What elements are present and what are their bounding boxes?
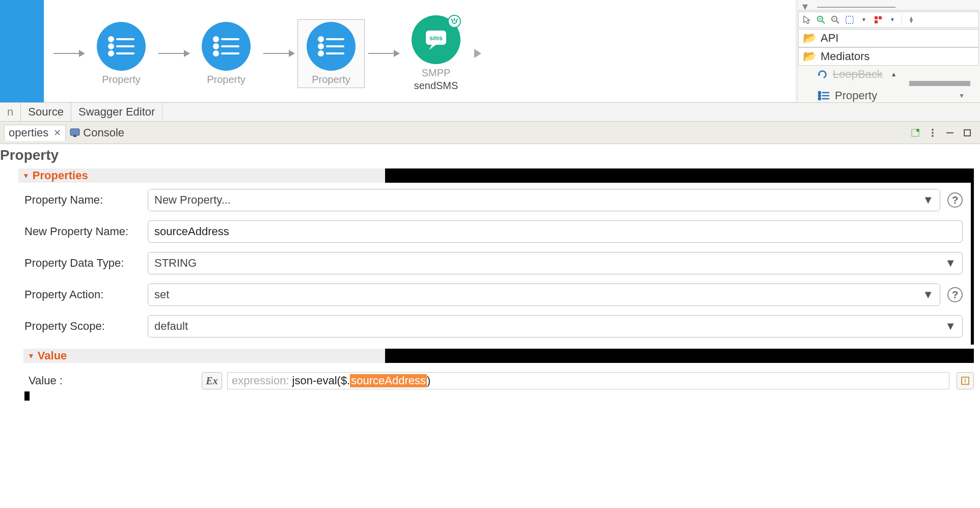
properties-panel-title: Property: [0, 146, 980, 168]
node-label: Property: [207, 74, 246, 86]
scroll-up-caret-icon[interactable]: ▲: [891, 71, 897, 78]
dropdown-arrow-icon[interactable]: ▼: [859, 15, 869, 25]
flow-arrow: [368, 53, 399, 54]
dropdown-value: STRING: [154, 257, 197, 270]
mediation-canvas[interactable]: Property Property Property: [44, 0, 796, 102]
expression-highlight: sourceAddress: [350, 374, 427, 387]
tab-source[interactable]: Source: [21, 103, 71, 121]
svg-point-4: [109, 51, 113, 55]
label-property-action: Property Action:: [24, 288, 141, 301]
canvas-node-smpp[interactable]: sms SMPP sendSMS: [403, 15, 469, 92]
tab-design-truncated[interactable]: n: [0, 103, 21, 121]
chevron-down-icon: ▼: [922, 288, 934, 301]
label-property-scope: Property Scope:: [24, 320, 141, 333]
cursor-icon[interactable]: [802, 15, 812, 25]
expression-toggle-button[interactable]: Ex: [202, 372, 222, 389]
node-label: Property: [312, 74, 350, 86]
compass-icon[interactable]: [906, 15, 916, 25]
svg-text:sms: sms: [429, 34, 443, 42]
node-label: Property: [102, 74, 141, 86]
svg-point-42: [932, 129, 934, 131]
palette-folder-mediators[interactable]: 📂 Mediators: [798, 47, 979, 66]
canvas-node-property-3-selected[interactable]: Property: [298, 20, 364, 88]
label-property-name: Property Name:: [24, 193, 141, 207]
collapse-triangle-icon: ▼: [28, 352, 35, 360]
folder-icon: 📂: [803, 50, 816, 63]
svg-point-8: [214, 44, 218, 48]
redaction-bar-side: [971, 176, 974, 345]
chevron-down-icon: ▼: [945, 257, 956, 270]
zoom-out-icon[interactable]: [830, 15, 840, 25]
expression-text-before: json-eval($.: [292, 374, 350, 387]
label-value: Value :: [29, 374, 197, 387]
palette-item-label: Property: [835, 89, 877, 102]
sequence-start-bar: [0, 0, 44, 102]
expression-text-after: ): [427, 374, 430, 387]
property-list-icon: [818, 91, 830, 101]
view-tab-properties[interactable]: operties ✕: [4, 125, 66, 141]
svg-point-44: [932, 135, 934, 137]
expression-editor-button[interactable]: f: [957, 372, 974, 389]
palette-toolbar: ▼ ▼: [798, 12, 979, 28]
svg-rect-46: [964, 130, 970, 136]
svg-point-43: [932, 132, 934, 134]
maximize-icon[interactable]: [962, 127, 973, 138]
palette-tool-icon[interactable]: [873, 15, 883, 25]
section-header-properties[interactable]: ▼ Properties: [18, 168, 385, 183]
palette-title-cut: ▾ ———————: [798, 0, 979, 11]
input-new-property-name[interactable]: [148, 220, 963, 243]
section-header-value[interactable]: ▼ Value: [23, 349, 385, 363]
svg-point-20: [448, 15, 460, 27]
svg-point-2: [109, 44, 113, 48]
tab-swagger-editor[interactable]: Swagger Editor: [71, 103, 162, 121]
svg-point-32: [819, 92, 821, 94]
smpp-connector-icon: sms: [412, 15, 460, 64]
dropdown-property-data-type[interactable]: STRING ▼: [148, 252, 963, 274]
separator: [902, 14, 902, 25]
svg-rect-31: [875, 20, 878, 23]
svg-point-6: [214, 37, 218, 41]
view-tab-label: operties: [9, 126, 48, 139]
flow-arrow: [53, 53, 84, 54]
input-value-expression[interactable]: expression: json-eval($.sourceAddress): [227, 372, 949, 389]
minimize-icon[interactable]: [944, 127, 956, 138]
help-icon[interactable]: ?: [947, 192, 963, 208]
section-header-label: Value: [38, 349, 67, 362]
dropdown-property-action[interactable]: set ▼: [148, 284, 940, 306]
redaction-bar-small: [24, 391, 30, 401]
view-tab-label: Console: [83, 126, 124, 139]
label-new-property-name: New Property Name:: [24, 225, 141, 238]
palette-folder-label: Mediators: [821, 50, 870, 63]
svg-point-34: [819, 95, 821, 97]
property-icon: [97, 22, 146, 71]
console-icon: [70, 128, 80, 137]
svg-rect-39: [73, 135, 76, 137]
section-header-label: Properties: [33, 169, 88, 182]
flow-arrow: [263, 53, 294, 54]
marquee-icon[interactable]: [845, 15, 855, 25]
dropdown-value: default: [154, 320, 188, 333]
dropdown-property-name[interactable]: New Property... ▼: [148, 189, 940, 211]
palette-item-loopback-obscured[interactable]: LoopBack ▲: [818, 68, 975, 81]
scroll-down-caret-icon[interactable]: ▼: [959, 92, 965, 99]
palette-scrollbar[interactable]: [909, 81, 970, 86]
dropdown-arrow-icon[interactable]: ▼: [887, 15, 897, 25]
redaction-bar: [385, 349, 974, 363]
view-menu-icon[interactable]: [927, 127, 938, 138]
node-sublabel: sendSMS: [414, 80, 458, 92]
canvas-node-property-2[interactable]: Property: [193, 22, 259, 86]
dropdown-property-scope[interactable]: default ▼: [148, 315, 963, 337]
properties-panel: Property ▼ Properties Property Name: New…: [0, 144, 980, 401]
close-icon[interactable]: ✕: [53, 127, 61, 138]
zoom-in-icon[interactable]: [816, 15, 826, 25]
help-icon[interactable]: ?: [947, 287, 963, 302]
svg-rect-38: [70, 129, 79, 135]
pin-view-icon[interactable]: [910, 127, 921, 138]
view-tab-console[interactable]: Console: [66, 125, 128, 140]
property-icon: [307, 22, 356, 71]
palette-folder-api[interactable]: 📂 API: [798, 29, 979, 47]
canvas-node-property-1[interactable]: Property: [88, 22, 154, 86]
expression-prefix: expression:: [232, 374, 289, 387]
chevron-down-icon: ▼: [922, 193, 934, 207]
palette-item-property[interactable]: Property ▼: [818, 89, 975, 102]
